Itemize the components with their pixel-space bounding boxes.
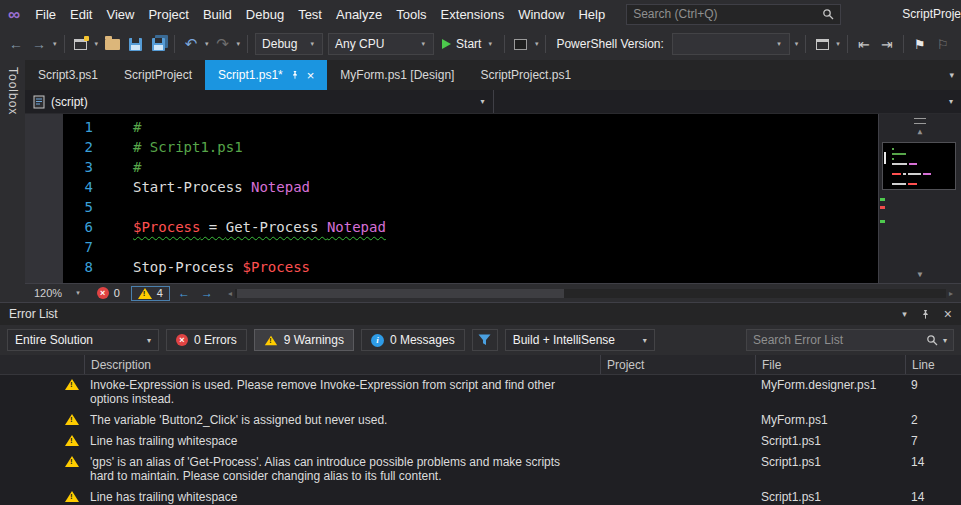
solution-platform-dropdown[interactable]: Any CPU▾	[328, 33, 434, 55]
source-filter-dropdown[interactable]: Build + IntelliSense▾	[505, 329, 655, 351]
description-column-header[interactable]: Description	[84, 355, 600, 374]
close-icon[interactable]: ×	[944, 307, 952, 321]
search-icon[interactable]	[926, 334, 938, 346]
warnings-filter-button[interactable]: 9 Warnings	[254, 329, 354, 351]
menu-help[interactable]: Help	[571, 4, 612, 25]
previous-issue-button[interactable]: ←	[175, 286, 193, 300]
menu-analyze[interactable]: Analyze	[329, 4, 389, 25]
toolbox-tab[interactable]: Toolbox	[0, 60, 25, 302]
code-line[interactable]: 4Start-Process Notepad	[63, 177, 878, 197]
navigate-forward-button[interactable]: →	[28, 32, 50, 56]
menu-window[interactable]: Window	[511, 4, 571, 25]
undo-button[interactable]: ↶	[180, 32, 202, 56]
increase-indent-button[interactable]: ⇥	[876, 32, 898, 56]
new-project-dropdown-icon[interactable]: ▾	[93, 40, 101, 48]
file-column-header[interactable]: File	[755, 355, 905, 374]
search-input[interactable]	[633, 7, 818, 21]
menu-build[interactable]: Build	[196, 4, 239, 25]
previous-bookmark-button[interactable]: ⚐	[932, 32, 954, 56]
host-options-button[interactable]	[510, 32, 532, 56]
tab-myform-ps1-design[interactable]: MyForm.ps1 [Design]	[327, 60, 467, 90]
code-line[interactable]: 6$Process = Get-Process Notepad	[63, 217, 878, 237]
breakpoint-margin[interactable]	[25, 114, 63, 283]
error-search-input[interactable]	[753, 333, 921, 347]
code-editor[interactable]: 1#2# Script1.ps13#4Start-Process Notepad…	[25, 114, 961, 283]
severity-column-header[interactable]	[0, 355, 84, 374]
window-dropdown-icon[interactable]: ▾	[834, 40, 842, 48]
new-window-button[interactable]	[811, 32, 833, 56]
zoom-dropdown[interactable]: 120%▾	[30, 287, 86, 299]
scroll-down-icon[interactable]: ▼	[918, 270, 923, 279]
error-row[interactable]: Line has trailing whitespaceScript1.ps17	[0, 431, 961, 452]
code-line[interactable]: 2# Script1.ps1	[63, 137, 878, 157]
scroll-up-icon[interactable]: ▲	[918, 127, 923, 136]
error-list-search-box[interactable]: ▾	[746, 329, 954, 351]
pin-icon[interactable]	[920, 309, 931, 320]
close-icon[interactable]: ×	[307, 69, 315, 82]
panel-header[interactable]: Error List ▾ ×	[0, 303, 961, 325]
new-project-button[interactable]	[70, 32, 92, 56]
redo-button[interactable]: ↷	[212, 32, 234, 56]
member-dropdown[interactable]: ▾	[493, 90, 961, 113]
tab-scriptproject-ps1[interactable]: ScriptProject.ps1	[467, 60, 584, 90]
navigate-backward-button[interactable]: ←	[5, 32, 27, 56]
code-line[interactable]: 1#	[63, 117, 878, 137]
tab-list-dropdown-icon[interactable]: ▾	[949, 70, 954, 80]
error-row[interactable]: Line has trailing whitespaceScript1.ps11…	[0, 487, 961, 505]
warning-count-badge[interactable]: 4	[131, 286, 170, 301]
open-file-button[interactable]	[101, 32, 123, 56]
panel-menu-icon[interactable]: ▾	[902, 309, 907, 319]
menu-extensions[interactable]: Extensions	[434, 4, 512, 25]
editor-scrollbar[interactable]: ▲ ▼	[878, 114, 961, 283]
menu-test[interactable]: Test	[291, 4, 329, 25]
menu-file[interactable]: File	[28, 4, 63, 25]
scroll-right-icon[interactable]: ▸	[946, 289, 956, 298]
error-count-badge[interactable]: ×0	[91, 286, 126, 301]
code-line[interactable]: 5	[63, 197, 878, 217]
filter-button[interactable]	[472, 329, 498, 351]
error-row[interactable]: 'gps' is an alias of 'Get-Process'. Alia…	[0, 452, 961, 487]
splitter-handle-icon[interactable]	[914, 118, 926, 124]
tab-script1-ps1[interactable]: Script1.ps1*×	[205, 60, 327, 90]
save-all-button[interactable]	[147, 32, 169, 56]
chevron-down-icon[interactable]: ▾	[943, 336, 947, 345]
error-row[interactable]: Invoke-Expression is used. Please remove…	[0, 375, 961, 410]
tab-scriptproject[interactable]: ScriptProject	[111, 60, 205, 90]
save-button[interactable]	[124, 32, 146, 56]
error-row[interactable]: The variable 'Button2_Click' is assigned…	[0, 410, 961, 431]
solution-configuration-dropdown[interactable]: Debug▾	[255, 33, 323, 55]
quick-search-box[interactable]	[626, 4, 841, 25]
horizontal-scrollbar[interactable]: ◂ ▸	[225, 284, 956, 302]
pin-icon[interactable]	[290, 70, 300, 80]
menu-tools[interactable]: Tools	[389, 4, 433, 25]
host-dropdown-icon[interactable]: ▾	[533, 40, 541, 48]
scope-filter-dropdown[interactable]: Entire Solution▾	[7, 329, 159, 351]
menu-edit[interactable]: Edit	[63, 4, 99, 25]
scrollbar-thumb[interactable]	[237, 289, 564, 298]
search-icon[interactable]	[822, 8, 834, 20]
menu-project[interactable]: Project	[141, 4, 195, 25]
menu-view[interactable]: View	[99, 4, 141, 25]
scrollbar-track[interactable]	[235, 289, 946, 298]
scroll-left-icon[interactable]: ◂	[225, 289, 235, 298]
project-column-header[interactable]: Project	[600, 355, 755, 374]
next-issue-button[interactable]: →	[198, 286, 216, 300]
code-line[interactable]: 7	[63, 237, 878, 257]
minimap-caret	[884, 152, 886, 164]
toggle-bookmark-button[interactable]: ⚑	[909, 32, 931, 56]
line-column-header[interactable]: Line	[905, 355, 961, 374]
tab-script3-ps1[interactable]: Script3.ps1	[25, 60, 111, 90]
messages-filter-button[interactable]: i0 Messages	[361, 329, 465, 351]
start-debugging-button[interactable]: Start▾	[437, 32, 499, 56]
decrease-indent-button[interactable]: ⇤	[853, 32, 875, 56]
undo-dropdown-icon[interactable]: ▾	[203, 40, 211, 48]
scope-dropdown[interactable]: (script) ▾	[25, 90, 493, 113]
code-line[interactable]: 8Stop-Process $Process	[63, 257, 878, 277]
menu-debug[interactable]: Debug	[239, 4, 291, 25]
navigate-dropdown-icon[interactable]: ▾	[51, 40, 59, 48]
toolbar-overflow-button[interactable]: ▾	[793, 40, 801, 48]
code-line[interactable]: 3#	[63, 157, 878, 177]
redo-dropdown-icon[interactable]: ▾	[235, 40, 243, 48]
powershell-version-dropdown[interactable]: ▾	[672, 33, 790, 55]
errors-filter-button[interactable]: ×0 Errors	[166, 329, 247, 351]
